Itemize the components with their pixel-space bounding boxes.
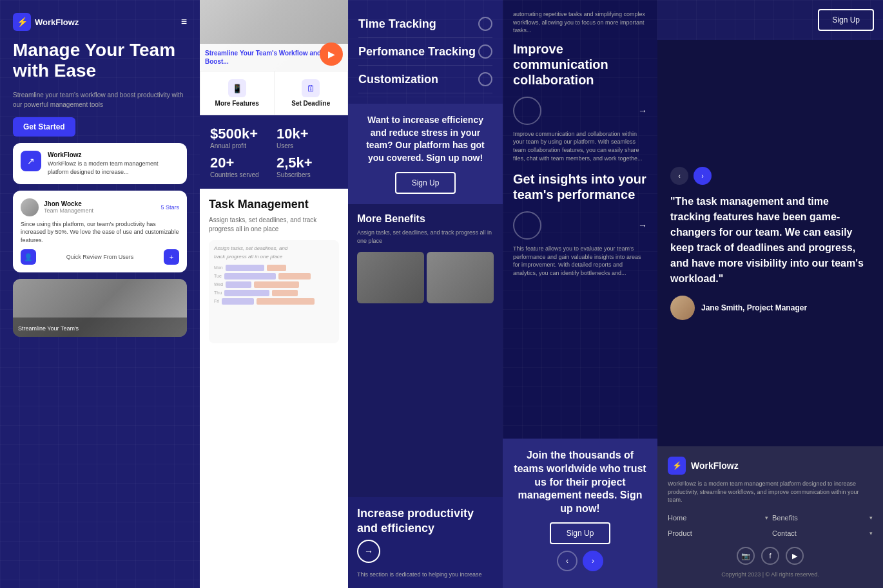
panel-3: Time Tracking Perfomance Tracking Custom… — [348, 0, 503, 588]
review-text: Since using this platform, our team's pr… — [21, 220, 179, 245]
join-signup-button[interactable]: Sign Up — [550, 522, 611, 544]
increase-title: Increase productivity and efficiency — [357, 506, 494, 536]
feature-customization-label: Customization — [358, 73, 438, 86]
insight-section: automating repetitive tasks and simplify… — [503, 0, 657, 439]
footer-nav-benefits[interactable]: Benefits ▾ — [772, 512, 873, 524]
panel-1: ⚡ WorkFlowz ≡ Manage Your Team with Ease… — [0, 0, 200, 588]
logo-icon: ⚡ — [13, 13, 31, 31]
automate-text: automating repetitive tasks and simplify… — [513, 10, 647, 35]
stat-profit-label: Annual profit — [210, 142, 271, 149]
features-icon: 📱 — [228, 79, 246, 97]
action-buttons: 📱 More Features 🗓 Set Deadline — [200, 71, 348, 115]
hero-subtitle: Streamline your team's workflow and boos… — [13, 90, 187, 109]
improve-circle — [513, 97, 541, 125]
task-visual-text1: Assign tasks, set deadlines, and — [214, 245, 334, 251]
logo-area: ⚡ WorkFlowz — [13, 13, 79, 31]
footer-logo-icon: ⚡ — [668, 457, 686, 475]
insights-circle — [513, 211, 541, 240]
improve-arrow[interactable]: → — [638, 106, 647, 116]
footer-logo-text: WorkFlowz — [691, 460, 739, 471]
reviewer-name: Jhon Wocke — [44, 200, 93, 207]
facebook-icon[interactable]: f — [761, 547, 779, 565]
hero-title: Manage Your Team with Ease — [13, 40, 187, 81]
footer-nav-product[interactable]: Product — [668, 527, 768, 539]
stat-users-value: 10k+ — [277, 126, 338, 142]
insights-arrow[interactable]: → — [638, 220, 647, 231]
chart-row-2: Tue — [214, 273, 334, 280]
task-management-title: Task Management — [209, 198, 339, 212]
user-icon: 👤 — [21, 249, 36, 265]
panel-2: Streamline Your Team's Workflow and Boos… — [200, 0, 348, 588]
footer-nav-home[interactable]: Home ▾ — [668, 512, 768, 524]
cta-text: Want to increase efficiency and reduce s… — [358, 114, 492, 164]
panel-4: automating repetitive tasks and simplify… — [503, 0, 657, 588]
benefit-image-2 — [427, 252, 494, 303]
panel-5: Sign Up ‹ › "The task management and tim… — [657, 0, 883, 588]
testimonial-section: ‹ › "The task management and time tracki… — [657, 40, 883, 446]
instagram-icon[interactable]: 📷 — [737, 547, 755, 565]
testimonial-next-button[interactable]: › — [694, 167, 712, 185]
stat-users-label: Users — [277, 142, 338, 149]
footer-logo-area: ⚡ WorkFlowz — [668, 457, 873, 475]
insights-title: Get insights into your team's performanc… — [513, 171, 647, 202]
feature-card: ↗ WorkFlowz WorkFlowz is a modern team m… — [13, 143, 187, 184]
chevron-down-icon: ▾ — [765, 515, 768, 521]
youtube-icon[interactable]: ▶ — [786, 547, 804, 565]
testimonial-nav: ‹ › — [670, 167, 870, 185]
chart-row-4: Thu — [214, 290, 334, 296]
set-deadline-label: Set Deadline — [291, 100, 330, 107]
stats-grid: $500k+ Annual profit 10k+ Users 20+ Coun… — [200, 115, 348, 189]
play-button[interactable]: ▶ — [320, 43, 343, 66]
set-deadline-button[interactable]: 🗓 Set Deadline — [275, 71, 348, 115]
stat-subscribers: 2,5k+ Subscribers — [277, 155, 338, 178]
reviewer-info: Jhon Wocke Team Management — [44, 200, 93, 214]
stat-profit-value: $500k+ — [210, 126, 271, 142]
improve-block: Improve communication collaboration → Im… — [513, 41, 647, 162]
stat-annual-profit: $500k+ Annual profit — [210, 126, 271, 149]
image-overlay: Streamline Your Team's — [13, 318, 187, 337]
improve-card: → — [513, 91, 647, 130]
feature-customization: Customization — [358, 66, 492, 93]
feature-circle-2 — [478, 44, 492, 59]
navigation-arrows: ‹ › — [513, 544, 647, 578]
benefits-images — [357, 252, 494, 303]
feature-circle-3 — [478, 72, 492, 86]
join-title: Join the thousands of teams worldwide wh… — [513, 449, 647, 516]
top-signup-button[interactable]: Sign Up — [818, 9, 874, 31]
increase-arrow-button[interactable]: → — [357, 540, 380, 563]
testimonial-prev-button[interactable]: ‹ — [670, 167, 688, 185]
reviewer-avatar — [21, 198, 39, 216]
get-started-button[interactable]: Get Started — [13, 117, 75, 137]
arrow-icon: ↗ — [21, 151, 41, 171]
benefits-section: More Benefits Assign tasks, set deadline… — [348, 204, 503, 497]
insights-block: Get insights into your team's performanc… — [513, 171, 647, 277]
footer-nav-contact[interactable]: Contact ▾ — [772, 527, 873, 539]
improve-title: Improve communication collaboration — [513, 41, 647, 88]
join-section: Join the thousands of teams worldwide wh… — [503, 439, 657, 588]
benefits-title: More Benefits — [357, 213, 494, 225]
prev-arrow-button[interactable]: ‹ — [557, 551, 577, 571]
star-rating: 5 Stars — [160, 204, 179, 211]
feature-time-tracking-label: Time Tracking — [358, 17, 436, 31]
hamburger-icon[interactable]: ≡ — [181, 16, 187, 28]
insights-desc: This feature allows you to evaluate your… — [513, 245, 647, 277]
author-name: Jane Smith, Project Manager — [701, 303, 807, 312]
panel-1-header: ⚡ WorkFlowz ≡ — [13, 13, 187, 31]
stat-subscribers-label: Subscribers — [277, 171, 338, 178]
next-arrow-button[interactable]: › — [583, 551, 603, 571]
chart-row-1: Mon — [214, 265, 334, 271]
panel-2-top-image: Streamline Your Team's Workflow and Boos… — [200, 0, 348, 71]
improve-desc: Improve communication and collaboration … — [513, 130, 647, 162]
footer-social: 📷 f ▶ — [668, 547, 873, 565]
add-button[interactable]: + — [164, 249, 179, 265]
increase-section: Increase productivity and efficiency → T… — [348, 497, 503, 588]
testimonial-author: Jane Smith, Project Manager — [670, 296, 870, 320]
chart-row-3: Wed — [214, 281, 334, 288]
chevron-down-icon-4: ▾ — [869, 530, 873, 536]
reviewer-role: Team Management — [44, 207, 93, 214]
more-features-button[interactable]: 📱 More Features — [200, 71, 275, 115]
cta-section: Want to increase efficiency and reduce s… — [348, 104, 503, 204]
insights-card: → — [513, 206, 647, 245]
cta-signup-button[interactable]: Sign Up — [395, 172, 456, 194]
chevron-down-icon-2: ▾ — [869, 515, 873, 521]
